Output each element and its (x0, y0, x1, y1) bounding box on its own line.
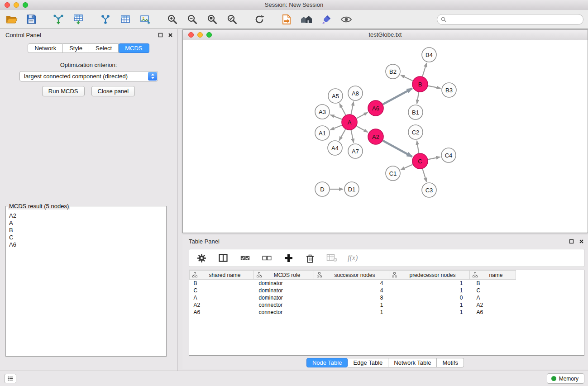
tab-motifs[interactable]: Motifs (437, 358, 464, 367)
column-header-predecessor-nodes[interactable]: predecessor nodes (389, 271, 470, 280)
edge-B-B2[interactable] (401, 75, 413, 81)
attribute-icon (392, 272, 397, 277)
import-table-file-button[interactable] (71, 12, 86, 27)
node-C[interactable]: C (412, 153, 428, 169)
node-A5[interactable]: A5 (328, 89, 343, 103)
node-A1[interactable]: A1 (315, 126, 330, 140)
zoom-out-button[interactable] (185, 12, 200, 27)
table-panel-float-button[interactable] (568, 238, 574, 244)
run-mcds-button[interactable]: Run MCDS (42, 86, 85, 96)
search-input[interactable] (437, 14, 583, 25)
save-session-button[interactable] (24, 12, 39, 27)
table-row[interactable]: Bdominator41B (190, 280, 516, 287)
table-row[interactable]: Cdominator41C (190, 287, 516, 294)
node-A6[interactable]: A6 (368, 100, 383, 116)
show-columns-button[interactable] (217, 252, 229, 264)
control-panel-close-button[interactable] (167, 32, 173, 38)
node-D1[interactable]: D1 (344, 182, 359, 196)
new-network-button[interactable] (98, 12, 113, 27)
table-row[interactable]: Adominator80A (190, 294, 516, 301)
export-image-button[interactable] (138, 12, 153, 27)
node-A8[interactable]: A8 (348, 86, 363, 100)
zoom-selected-button[interactable] (225, 12, 240, 27)
zoom-fit-button[interactable] (205, 12, 220, 27)
node-C2[interactable]: C2 (408, 125, 423, 139)
node-A[interactable]: A (342, 114, 357, 130)
close-panel-button[interactable]: Close panel (91, 86, 135, 96)
column-header-mcds-role[interactable]: MCDS role (254, 271, 314, 280)
column-header-shared-name[interactable]: shared name (190, 271, 254, 280)
node-B1[interactable]: B1 (408, 105, 423, 119)
tab-network[interactable]: Network (28, 43, 63, 53)
network-overview-button[interactable] (299, 12, 314, 27)
edge-C-C3[interactable] (422, 169, 426, 182)
edge-B-B3[interactable] (428, 86, 441, 89)
edge-C-C4[interactable] (428, 157, 440, 160)
node-A4[interactable]: A4 (328, 141, 342, 155)
create-column-button[interactable] (282, 252, 294, 264)
tab-node-table[interactable]: Node Table (306, 358, 348, 367)
table-cell: dominator (254, 294, 314, 301)
zoom-in-button[interactable] (165, 12, 180, 27)
node-B4[interactable]: B4 (422, 48, 436, 62)
criterion-dropdown[interactable]: largest connected component (directed) (19, 71, 158, 81)
edge-A-A7[interactable] (351, 130, 354, 143)
edge-C-C2[interactable] (417, 141, 419, 153)
control-panel-float-button[interactable] (157, 32, 163, 38)
paint-style-button[interactable] (319, 12, 334, 27)
column-header-successor-nodes[interactable]: successor nodes (314, 271, 389, 280)
tab-network-table[interactable]: Network Table (388, 358, 437, 367)
mcds-result-item[interactable]: A (7, 219, 165, 227)
edge-A-A5[interactable] (339, 104, 346, 115)
column-header-name[interactable]: name (470, 271, 516, 280)
node-A7[interactable]: A7 (348, 144, 363, 158)
network-graph[interactable]: B4B2BB3A8A5A6A3B1AC2A1A2A4A7C4CC1C3DD1 (183, 40, 588, 233)
new-table-button[interactable] (118, 12, 133, 27)
first-neighbors-button[interactable] (279, 12, 294, 27)
graphics-details-button[interactable] (339, 12, 354, 27)
memory-button[interactable]: Memory (547, 373, 584, 384)
mcds-result-item[interactable]: A6 (7, 241, 165, 248)
node-C4[interactable]: C4 (441, 148, 456, 162)
task-history-button[interactable] (5, 374, 16, 383)
edge-A-A6[interactable] (357, 112, 368, 118)
table-settings-button[interactable] (196, 252, 207, 264)
tab-style[interactable]: Style (63, 43, 89, 53)
node-C3[interactable]: C3 (422, 183, 436, 197)
edge-B-B4[interactable] (422, 63, 426, 76)
edge-A2-C[interactable] (383, 141, 412, 157)
node-A3[interactable]: A3 (315, 105, 330, 119)
apply-layout-button[interactable] (252, 12, 267, 27)
tab-edge-table[interactable]: Edge Table (348, 358, 388, 367)
function-builder-button[interactable]: f(x) (348, 252, 358, 264)
node-B[interactable]: B (412, 76, 428, 92)
mcds-result-item[interactable]: A2 (7, 212, 165, 219)
edge-C-C1[interactable] (401, 164, 412, 170)
edge-A-A2[interactable] (357, 126, 368, 133)
edge-A-A1[interactable] (330, 125, 342, 130)
edge-A-A8[interactable] (351, 102, 354, 114)
mcds-result-item[interactable]: C (7, 234, 165, 241)
select-all-button[interactable] (239, 252, 251, 264)
import-network-file-button[interactable] (51, 12, 66, 27)
unselect-all-button[interactable] (261, 252, 272, 264)
mcds-result-item[interactable]: B (7, 227, 165, 234)
tab-select[interactable]: Select (89, 43, 119, 53)
delete-column-button[interactable] (304, 252, 316, 264)
edge-A-A3[interactable] (330, 115, 342, 119)
table-panel-close-button[interactable] (578, 238, 584, 244)
node-D[interactable]: D (315, 182, 330, 196)
tab-mcds[interactable]: MCDS (119, 43, 149, 53)
table-row[interactable]: A2connector11A2 (190, 301, 516, 309)
node-B3[interactable]: B3 (442, 83, 456, 97)
edge-A-A4[interactable] (339, 129, 345, 141)
node-A2[interactable]: A2 (368, 129, 383, 144)
open-file-button[interactable] (4, 12, 19, 27)
network-window-titlebar[interactable]: testGlobe.txt (183, 30, 588, 40)
edge-B-B1[interactable] (417, 92, 419, 104)
delete-table-button[interactable] (326, 252, 338, 264)
node-C1[interactable]: C1 (386, 166, 400, 181)
edge-A6-B[interactable] (383, 89, 412, 105)
node-B2[interactable]: B2 (386, 64, 400, 79)
table-row[interactable]: A6connector11A6 (190, 309, 516, 316)
